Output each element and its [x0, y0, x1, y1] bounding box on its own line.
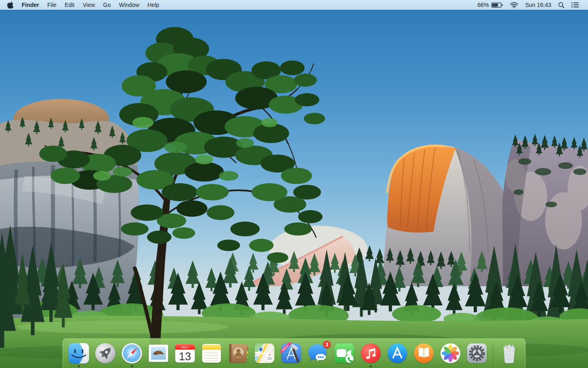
dock-item-ibooks[interactable] [413, 343, 434, 364]
menu-bar: Finder File Edit View Go Window Help 66%… [0, 0, 588, 10]
dock-item-mail[interactable] [148, 343, 169, 364]
dock-item-itunes[interactable] [360, 343, 381, 364]
menu-clock[interactable]: Sun 16:43 [525, 2, 551, 8]
dock: JUL 13 [62, 338, 526, 368]
desktop: Finder File Edit View Go Window Help 66%… [0, 0, 588, 368]
dock-item-launchpad[interactable] [95, 343, 116, 364]
contacts-icon [227, 343, 249, 364]
menu-item-finder[interactable]: Finder [18, 0, 43, 10]
facetime-icon [334, 343, 355, 364]
calendar-day: 13 [179, 350, 191, 363]
dock-item-messages[interactable]: 3 [307, 343, 328, 364]
dock-item-app-store[interactable] [387, 343, 408, 364]
dock-item-safari[interactable] [121, 343, 143, 364]
wifi-icon[interactable] [510, 2, 518, 8]
running-indicator [370, 366, 372, 367]
apple-menu[interactable] [6, 0, 18, 10]
dock-item-notes[interactable] [201, 343, 222, 364]
running-indicator [131, 366, 133, 367]
battery-icon [491, 2, 503, 8]
dock-item-system-preferences[interactable] [466, 343, 488, 364]
calendar-icon: JUL 13 [174, 343, 196, 364]
menu-item-window[interactable]: Window [115, 0, 143, 10]
launchpad-icon [95, 343, 116, 364]
app-store-icon [387, 343, 408, 364]
running-indicator [78, 366, 80, 367]
desktop-wallpaper [0, 0, 588, 368]
photos-icon [440, 343, 461, 364]
dock-separator [493, 342, 493, 365]
menu-item-help[interactable]: Help [143, 0, 163, 10]
xcode-icon: BETA [281, 343, 302, 364]
dock-item-xcode[interactable]: BETA [281, 343, 302, 364]
notification-center-icon[interactable] [571, 2, 579, 8]
battery-indicator[interactable]: 66% [477, 2, 503, 8]
apple-logo-icon [7, 1, 13, 9]
itunes-icon [360, 343, 381, 364]
spotlight-search-icon[interactable] [558, 2, 564, 8]
notes-icon [201, 343, 222, 364]
mail-icon [148, 343, 169, 364]
menu-item-view[interactable]: View [78, 0, 99, 10]
menu-item-go[interactable]: Go [99, 0, 115, 10]
finder-icon [68, 343, 89, 364]
trash-full-icon [499, 343, 520, 364]
system-preferences-icon [466, 343, 488, 364]
dock-item-finder[interactable] [68, 343, 89, 364]
dock-item-facetime[interactable] [334, 343, 355, 364]
maps-3d-label: 3D [267, 357, 272, 361]
dock-item-calendar[interactable]: JUL 13 [174, 343, 196, 364]
dock-item-contacts[interactable] [227, 343, 249, 364]
safari-icon [121, 343, 143, 364]
notification-badge: 3 [323, 341, 331, 348]
dock-item-photos[interactable] [440, 343, 461, 364]
dock-item-trash[interactable] [499, 343, 520, 364]
maps-icon: 3D [254, 343, 275, 364]
menu-item-edit[interactable]: Edit [60, 0, 78, 10]
calendar-month: JUL [181, 346, 189, 349]
dock-item-maps[interactable]: 3D [254, 343, 275, 364]
battery-percent: 66% [477, 2, 489, 8]
menu-item-file[interactable]: File [43, 0, 61, 10]
ibooks-icon [413, 343, 434, 364]
